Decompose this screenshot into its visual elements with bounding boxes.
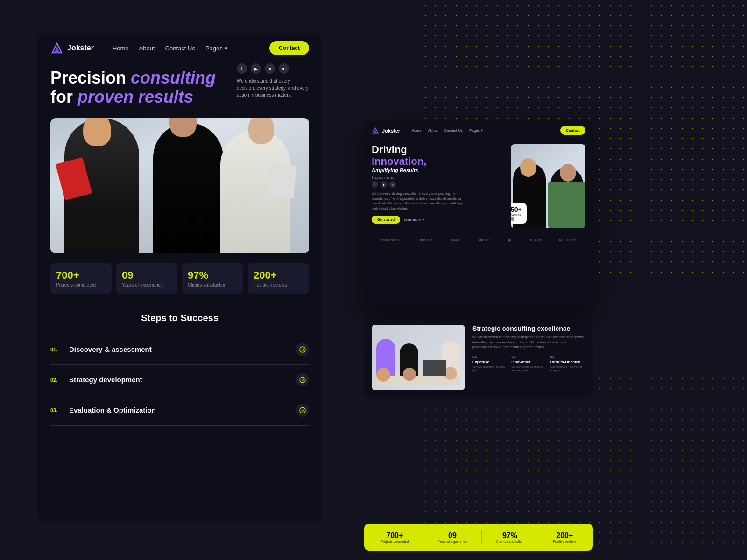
rc-award-dot [511, 217, 514, 221]
stats-bar-rev-label: Positive reviews [553, 540, 576, 543]
stat-satisfaction-label: Clients satisfaction [188, 282, 238, 287]
rc-description: We believe in driving innovation at ever… [372, 191, 465, 211]
brand-blinker1: Blinker [478, 238, 490, 242]
logo-area: Jokster [50, 42, 94, 55]
svg-rect-2 [56, 48, 58, 53]
rc-feature-expertise: 01 Expertise Various industries, provide… [472, 355, 507, 373]
rc-feature-1-num: 01 [472, 355, 507, 359]
rc-bottom-image [372, 325, 465, 390]
brand-dots: ●●●● [451, 238, 459, 242]
rc-youtube-icon[interactable]: ▶ [381, 181, 387, 188]
steps-title: Steps to Success [50, 313, 309, 323]
stats-bar-divider-3 [538, 530, 538, 544]
step-1-label: Discovery & assessment [69, 345, 296, 353]
rc-feature-innovation: 02 Innovation We stay at the forefront o… [511, 355, 546, 373]
stat-experience-label: Years of experience [122, 282, 172, 287]
stat-reviews-label: Positive reviews [254, 282, 303, 287]
rc-feature-1-desc: Various industries, provide you [472, 365, 507, 373]
stats-bar-projects: 700+ Projects completed [381, 532, 409, 543]
rc-bottom-desc: We are dedicated to providing strategic … [472, 335, 585, 350]
nav-home[interactable]: Home [113, 45, 129, 52]
right-panel: Jokster Home About Contact Us Pages ▾ Co… [341, 0, 747, 560]
hero-section: Precision consulting for proven results … [37, 63, 322, 118]
stat-reviews: 200+ Positive reviews [248, 263, 309, 294]
headline-highlight: consulting [131, 68, 216, 87]
nav-pages[interactable]: Pages ▾ [205, 45, 228, 52]
nav-contact[interactable]: Contact Us [165, 45, 195, 52]
nav-links: Home About Contact Us Pages ▾ [113, 45, 269, 52]
headline-normal-1: Precision [50, 68, 126, 87]
stats-bar-sat-label: Clients satisfaction [496, 540, 523, 543]
stat-projects-number: 700+ [56, 269, 106, 281]
rc-get-started-button[interactable]: Get started [372, 216, 400, 224]
rc-twitter-icon[interactable]: ✕ [389, 181, 396, 188]
rc-nav-contact[interactable]: Contact Us [444, 128, 463, 133]
rc-feature-results: 03 Results-Oriented Our focus is on deli… [550, 355, 585, 373]
hero-image-mock [50, 118, 309, 253]
stats-bar-divider-2 [481, 530, 482, 544]
rc-feature-3-num: 03 [550, 355, 585, 359]
stat-experience: 09 Years of experience [116, 263, 177, 294]
rc-nav-about[interactable]: About [428, 128, 437, 133]
rc-learn-more-button[interactable]: Learn more → [404, 216, 425, 224]
rc-hero-text: Driving Innovation, Amplifying Results S… [372, 144, 503, 228]
stats-bar: 700+ Projects completed 09 Years of expe… [364, 524, 593, 551]
stats-bar-exp-label: Years of experience [438, 540, 467, 543]
rc-buttons: Get started Learn more → [372, 216, 503, 224]
rc-feature-1-title: Expertise [472, 360, 507, 364]
stats-bar-divider-1 [423, 530, 423, 544]
left-card: Jokster Home About Contact Us Pages ▾ Co… [37, 33, 322, 523]
stats-bar-exp-num: 09 [438, 532, 467, 540]
nav-about[interactable]: About [139, 45, 155, 52]
svg-point-4 [300, 377, 305, 383]
brand-mindnous: Mind Nous [381, 238, 400, 242]
rc-nav-links: Home About Contact Us Pages ▾ [411, 128, 560, 133]
stat-projects-label: Projects completed [56, 282, 106, 287]
stats-bar-sat-num: 97% [496, 532, 523, 540]
step-1[interactable]: 01. Discovery & assessment [50, 335, 309, 365]
rc-headline-line1: Driving [372, 144, 503, 155]
social-icons: f ▶ ✕ in [237, 63, 309, 74]
rc-feature-3-desc: Our focus is on delivering tangible [550, 365, 585, 373]
stat-satisfaction-number: 97% [188, 269, 238, 281]
step-2-icon [296, 373, 309, 386]
step-1-icon [296, 343, 309, 356]
step-2[interactable]: 02. Strategy development [50, 365, 309, 395]
stat-reviews-number: 200+ [254, 269, 303, 281]
rc-nav-pages[interactable]: Pages ▾ [469, 128, 483, 133]
nav-contact-button[interactable]: Contact [269, 41, 309, 55]
rc-feature-2-num: 02 [511, 355, 546, 359]
rc-facebook-icon[interactable]: f [372, 181, 378, 188]
steps-section: Steps to Success 01. Discovery & assessm… [37, 303, 322, 426]
rc-bottom-card: Strategic consulting excellence We are d… [364, 317, 593, 398]
step-3-icon [296, 404, 309, 417]
brand-diamond: ◆ [508, 238, 511, 242]
step-3[interactable]: 03. Evaluation & Optimization [50, 395, 309, 426]
linkedin-icon[interactable]: in [279, 63, 289, 74]
rc-hero: Driving Innovation, Amplifying Results S… [364, 140, 593, 233]
stats-bar-satisfaction: 97% Clients satisfaction [496, 532, 523, 543]
stat-projects: 700+ Projects completed [50, 263, 112, 294]
rc-contact-button[interactable]: Contact [560, 126, 585, 135]
rc-feature-2-desc: We stay at the forefront of industry tre… [511, 365, 546, 373]
rc-features: 01 Expertise Various industries, provide… [472, 355, 585, 373]
logo-icon [50, 42, 63, 55]
rc-logo-icon [372, 127, 379, 134]
facebook-icon[interactable]: f [237, 63, 247, 74]
stats-bar-reviews: 200+ Positive reviews [553, 532, 576, 543]
svg-point-3 [300, 347, 305, 352]
chevron-down-icon: ▾ [225, 45, 228, 52]
stats-row: 700+ Projects completed 09 Years of expe… [37, 253, 322, 303]
stat-satisfaction: 97% Clients satisfaction [182, 263, 243, 294]
rc-nav-home[interactable]: Home [411, 128, 421, 133]
hero-description: We understand that every decision, every… [237, 77, 309, 98]
rc-feature-3-title: Results-Oriented [550, 360, 585, 364]
rc-hero-image: 50+ Awards [511, 144, 585, 228]
step-1-number: 01. [50, 347, 62, 352]
stat-experience-number: 09 [122, 269, 172, 281]
rc-headline-line2: Innovation, [372, 155, 503, 168]
step-3-number: 03. [50, 407, 62, 413]
hero-image [50, 118, 309, 253]
twitter-icon[interactable]: ✕ [265, 63, 275, 74]
youtube-icon[interactable]: ▶ [251, 63, 261, 74]
